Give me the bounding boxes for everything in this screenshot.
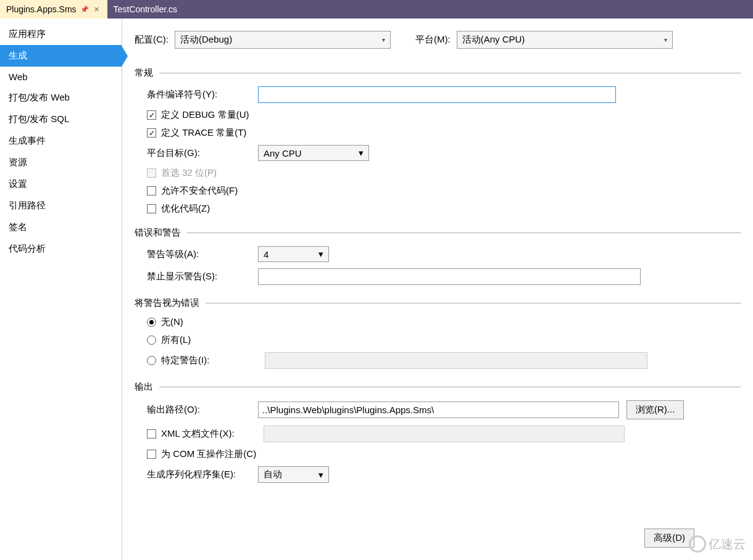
browse-button[interactable]: 浏览(R)... (626, 400, 684, 419)
tab-label: TestController.cs (114, 4, 177, 14)
platform-target-label: 平台目标(G): (147, 147, 258, 159)
platform-label: 平台(M): (415, 34, 451, 46)
section-general-title: 常规 (135, 67, 153, 79)
advanced-button[interactable]: 高级(D) (644, 529, 694, 548)
checkbox-prefer-32bit (147, 168, 156, 178)
section-output-title: 输出 (135, 381, 153, 393)
checkbox-define-trace[interactable]: ✓ (147, 128, 156, 138)
platform-target-dropdown[interactable]: Any CPU ▾ (258, 145, 369, 161)
sidebar-item-web[interactable]: Web (0, 67, 122, 87)
tab-bar: Plugins.Apps.Sms 📌 ✕ TestController.cs (0, 0, 753, 19)
pin-icon[interactable]: 📌 (80, 5, 89, 14)
tab-testcontroller[interactable]: TestController.cs (107, 0, 183, 19)
conditional-symbols-input[interactable] (258, 86, 616, 103)
sidebar-item-reference-paths[interactable]: 引用路径 (0, 195, 122, 216)
specific-warnings-input (265, 352, 647, 369)
checkbox-optimize[interactable] (147, 204, 156, 213)
chevron-down-icon: ▾ (359, 147, 364, 159)
checkbox-allow-unsafe[interactable] (147, 186, 156, 196)
output-path-label: 输出路径(O): (147, 404, 258, 416)
output-path-input[interactable] (258, 401, 619, 418)
checkbox-define-debug[interactable]: ✓ (147, 110, 156, 120)
conditional-symbols-label: 条件编译符号(Y): (147, 89, 258, 101)
radio-all[interactable] (147, 336, 156, 345)
tab-plugins-apps-sms[interactable]: Plugins.Apps.Sms 📌 ✕ (0, 0, 107, 19)
chevron-down-icon: ▾ (318, 249, 323, 260)
serialization-label: 生成序列化程序集(E): (147, 469, 258, 480)
chevron-down-icon: ▾ (664, 36, 667, 43)
configuration-label: 配置(C): (135, 34, 168, 46)
serialization-dropdown[interactable]: 自动 ▾ (258, 466, 329, 483)
sidebar-item-package-sql[interactable]: 打包/发布 SQL (0, 109, 122, 130)
sidebar-item-build[interactable]: 生成 (0, 45, 122, 67)
chevron-down-icon: ▾ (318, 469, 323, 480)
chevron-down-icon: ▾ (382, 36, 385, 43)
radio-none[interactable] (147, 318, 156, 327)
sidebar-item-settings[interactable]: 设置 (0, 173, 122, 195)
sidebar-item-signing[interactable]: 签名 (0, 216, 122, 238)
sidebar-item-build-events[interactable]: 生成事件 (0, 130, 122, 152)
checkbox-com-register[interactable] (147, 450, 156, 459)
build-settings-panel: 配置(C): 活动(Debug) ▾ 平台(M): 活动(Any CPU) ▾ … (122, 19, 753, 560)
radio-specific[interactable] (147, 356, 156, 365)
sidebar-item-package-web[interactable]: 打包/发布 Web (0, 87, 122, 109)
suppress-warnings-input[interactable] (258, 268, 641, 285)
section-treat-warnings-title: 将警告视为错误 (135, 297, 199, 309)
sidebar-item-application[interactable]: 应用程序 (0, 23, 122, 45)
tab-label: Plugins.Apps.Sms (6, 4, 77, 14)
warning-level-dropdown[interactable]: 4 ▾ (258, 246, 329, 262)
close-icon[interactable]: ✕ (93, 5, 101, 14)
sidebar-item-code-analysis[interactable]: 代码分析 (0, 238, 122, 260)
platform-dropdown[interactable]: 活动(Any CPU) ▾ (457, 31, 673, 49)
project-properties-sidebar: 应用程序 生成 Web 打包/发布 Web 打包/发布 SQL 生成事件 资源 … (0, 19, 122, 560)
xml-doc-path-input (264, 426, 625, 442)
watermark-logo-icon (689, 535, 706, 553)
configuration-dropdown[interactable]: 活动(Debug) ▾ (175, 31, 391, 49)
section-warnings-title: 错误和警告 (135, 227, 181, 239)
suppress-warnings-label: 禁止显示警告(S): (147, 271, 258, 282)
watermark: 亿速云 (689, 535, 746, 553)
checkbox-xml-doc[interactable] (147, 429, 156, 439)
sidebar-item-resources[interactable]: 资源 (0, 152, 122, 173)
warning-level-label: 警告等级(A): (147, 249, 258, 260)
